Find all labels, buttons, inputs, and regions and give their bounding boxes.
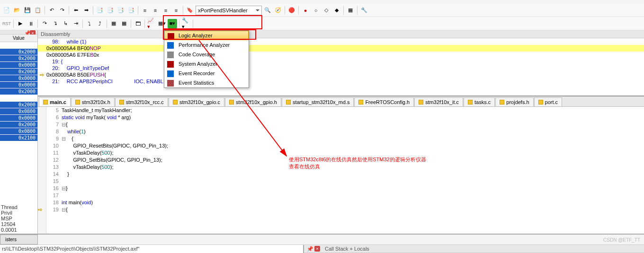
disasm-line[interactable]: 19: { bbox=[38, 58, 644, 65]
symbol-combo[interactable]: xPortPendSVHandler bbox=[196, 6, 262, 15]
disasm-line[interactable]: 20: GPIO_InitTypeDef bbox=[38, 65, 644, 71]
tool-btn[interactable]: 📂 bbox=[12, 6, 22, 15]
tool-btn[interactable]: ≡ bbox=[161, 6, 170, 15]
menu-bar bbox=[0, 0, 644, 4]
code-line[interactable]: ⊟} bbox=[62, 185, 644, 192]
file-tab[interactable]: main.c bbox=[39, 97, 71, 106]
reset-btn[interactable]: RST bbox=[2, 19, 11, 28]
menu-item[interactable]: Performance Analyzer bbox=[164, 40, 249, 50]
tool-btn[interactable]: 🔖 bbox=[185, 6, 195, 15]
step-btn[interactable]: ⇥ bbox=[71, 19, 80, 28]
register-value: 0x2000 bbox=[0, 55, 37, 62]
code-line[interactable]: ⊟{ bbox=[62, 121, 644, 128]
file-icon bbox=[358, 100, 363, 105]
step-btn[interactable]: ↷ bbox=[40, 19, 49, 28]
tool-btn[interactable]: ⬅ bbox=[71, 6, 80, 15]
disasm-title: Disassembly bbox=[41, 31, 70, 37]
file-tabs: main.cstm32f10x.hstm32f10x_rcc.cstm32f10… bbox=[38, 96, 644, 107]
tool-btn[interactable]: 🧭 bbox=[273, 6, 283, 15]
code-line[interactable] bbox=[62, 178, 644, 185]
tool-btn[interactable]: ≡ bbox=[140, 6, 150, 15]
file-tab[interactable]: stm32f10x_gpio.c bbox=[169, 97, 224, 106]
tool-btn[interactable]: 📑 bbox=[106, 6, 115, 15]
tool-btn[interactable]: 🔴 bbox=[287, 6, 296, 15]
step-btn[interactable]: ⤵ bbox=[85, 19, 94, 28]
analyzer-menu: Logic AnalyzerPerformance AnalyzerCode C… bbox=[164, 30, 249, 88]
step-btn[interactable]: ↴ bbox=[50, 19, 60, 28]
tool-btn[interactable]: ≡ bbox=[171, 6, 181, 15]
tool-btn[interactable]: 📄 bbox=[2, 6, 11, 15]
disasm-line[interactable]: 98: while (1) bbox=[38, 38, 644, 45]
menu-icon bbox=[167, 42, 174, 49]
tool-btn[interactable]: 📑 bbox=[95, 6, 105, 15]
tool-btn[interactable]: ↷ bbox=[57, 6, 67, 15]
register-value: 0x2100 bbox=[0, 135, 37, 141]
tools-btn[interactable]: 🔧▾ bbox=[181, 19, 191, 28]
menu-item[interactable]: Event Statistics bbox=[164, 78, 249, 87]
window-btn[interactable]: ▦ bbox=[109, 19, 118, 28]
analyzer-btn[interactable]: 📈▾ bbox=[147, 19, 156, 28]
line-number: 11 bbox=[46, 149, 59, 157]
watermark: CSDN @ETF_TT bbox=[603, 237, 640, 243]
tool-btn[interactable]: 💾 bbox=[23, 6, 32, 15]
file-tab[interactable]: stm32f10x.h bbox=[71, 97, 115, 106]
file-tab[interactable]: stm32f10x_it.c bbox=[414, 97, 463, 106]
register-value: 0x2000 bbox=[0, 49, 37, 55]
annotation-text: 使用STM32c8t6的在线仿真然后使用STM32的逻辑分析仪器 查看在线仿真 bbox=[289, 156, 426, 171]
tool-btn[interactable]: ≡ bbox=[151, 6, 160, 15]
tool-btn[interactable]: ○ bbox=[311, 6, 321, 15]
code-line[interactable] bbox=[62, 192, 644, 199]
code-line[interactable]: while(1) bbox=[62, 128, 644, 135]
file-icon bbox=[538, 100, 543, 105]
code-line[interactable]: } bbox=[62, 171, 644, 178]
menu-item[interactable]: Code Coverage bbox=[164, 50, 249, 59]
window-btn[interactable]: ▦ bbox=[119, 19, 129, 28]
code-line[interactable]: TaskHandle_t myTaskHandler; bbox=[62, 107, 644, 114]
file-tab[interactable]: FreeRTOSConfig.h bbox=[354, 97, 414, 106]
code-line[interactable]: int main(void) bbox=[62, 199, 644, 206]
window-btn[interactable]: 🗔 bbox=[133, 19, 143, 28]
code-line[interactable]: ⊟{ bbox=[62, 206, 644, 213]
menu-item[interactable]: System Analyzer bbox=[164, 59, 249, 69]
disasm-line[interactable]: ⇨0x080005A8 B50E PUSH { bbox=[38, 71, 644, 78]
file-tab[interactable]: startup_stm32f10x_md.s bbox=[282, 97, 354, 106]
registers-tab[interactable]: isters bbox=[0, 235, 38, 244]
tool-btn[interactable]: 📑 bbox=[116, 6, 125, 15]
window-btn[interactable]: ■▾ bbox=[168, 19, 177, 28]
disasm-line[interactable]: 0x080005A6 E7FE B 0x bbox=[38, 52, 644, 58]
file-tab[interactable]: stm32f10x_gpio.h bbox=[225, 97, 281, 106]
code-line[interactable]: vTaskDelay(500); bbox=[62, 149, 644, 157]
file-tab[interactable]: stm32f10x_rcc.c bbox=[115, 97, 168, 106]
tool-btn[interactable]: 🔍 bbox=[263, 6, 272, 15]
code-line[interactable]: ⊟ { bbox=[62, 135, 644, 142]
close-icon[interactable]: × bbox=[314, 246, 320, 252]
code-line[interactable]: GPIO_ResetBits(GPIOC, GPIO_Pin_13); bbox=[62, 142, 644, 149]
file-tab[interactable]: port.c bbox=[534, 97, 563, 106]
register-value: 0x0800 bbox=[0, 128, 37, 135]
tool-btn[interactable]: 🔧 bbox=[359, 6, 369, 15]
file-tab[interactable]: tasks.c bbox=[464, 97, 495, 106]
disasm-line[interactable]: 0x080005A4 BF00 NOP bbox=[38, 45, 644, 52]
registers-panel: 📌 × Value 0x20000x20000x00000x20000x0000… bbox=[0, 30, 38, 234]
step-btn[interactable]: ⤴ bbox=[95, 19, 105, 28]
tool-btn[interactable]: ➡ bbox=[81, 6, 91, 15]
code-line[interactable]: static void myTask( void * arg) bbox=[62, 114, 644, 121]
disasm-line[interactable]: 21: RCC APB2PeriphCl IOC, ENABLE); bbox=[38, 78, 644, 85]
tool-btn[interactable]: ◇ bbox=[322, 6, 331, 15]
step-btn[interactable]: ↳ bbox=[61, 19, 70, 28]
menu-item[interactable]: Logic Analyzer bbox=[164, 31, 249, 40]
tool-btn[interactable]: 📋 bbox=[33, 6, 43, 15]
menu-item[interactable]: Event Recorder bbox=[164, 69, 249, 78]
stop-btn[interactable]: ⏸ bbox=[26, 19, 36, 28]
tool-btn[interactable]: ◆ bbox=[332, 6, 341, 15]
tool-btn[interactable]: ▦ bbox=[346, 6, 355, 15]
pin-icon[interactable]: 📌 bbox=[307, 246, 313, 252]
file-tab[interactable]: projdefs.h bbox=[495, 97, 533, 106]
line-number: 15 bbox=[46, 178, 59, 185]
window-btn[interactable]: ▦▾ bbox=[157, 19, 167, 28]
run-btn[interactable]: ▶ bbox=[16, 19, 25, 28]
register-value: 0x0000 bbox=[0, 62, 37, 69]
tool-btn[interactable]: ↶ bbox=[47, 6, 56, 15]
tool-btn[interactable]: ● bbox=[301, 6, 310, 15]
tool-btn[interactable]: 📑 bbox=[126, 6, 136, 15]
